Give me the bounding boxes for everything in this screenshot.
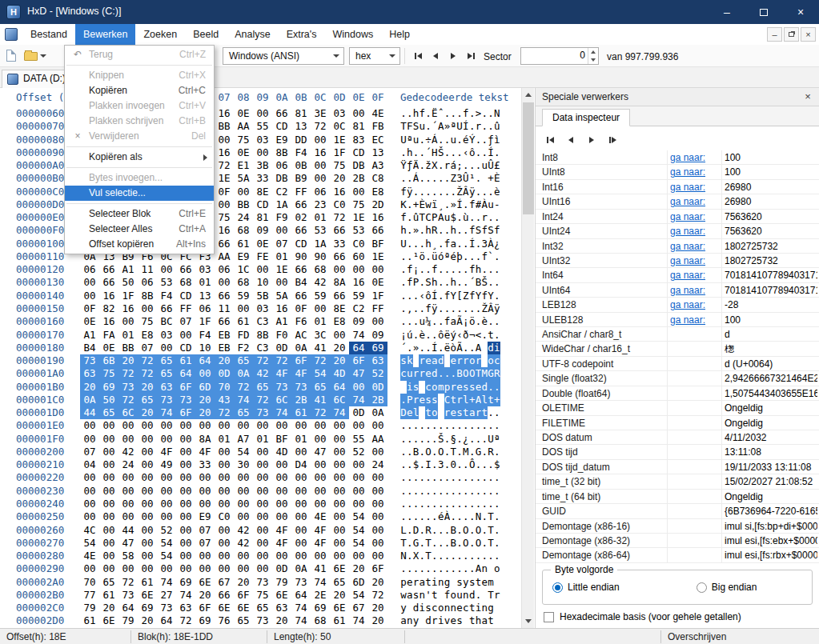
hex-byte[interactable]: E8 — [138, 329, 157, 342]
hex-byte[interactable]: AA — [234, 120, 253, 133]
decoded-char[interactable]: . — [469, 524, 476, 537]
menu-item-plakken-invoegen[interactable]: Plakken invoegenCtrl+V — [65, 98, 214, 114]
decoded-char[interactable]: . — [413, 290, 420, 302]
decoded-char[interactable]: ¼ — [425, 315, 432, 328]
decoded-char[interactable]: . — [444, 446, 451, 458]
decoded-char[interactable]: f — [444, 315, 451, 328]
decoded-char[interactable]: o — [438, 602, 444, 614]
hex-byte[interactable]: 47 — [349, 367, 368, 380]
decoded-char[interactable]: i — [476, 602, 482, 614]
hex-byte[interactable]: 23 — [311, 198, 330, 211]
hex-byte[interactable]: EB — [215, 329, 234, 342]
hex-byte[interactable]: 66 — [291, 290, 311, 302]
hex-byte[interactable]: 54 — [234, 446, 253, 458]
decoded-char[interactable]: . — [444, 485, 451, 498]
decoded-char[interactable]: Á — [413, 172, 420, 185]
hex-byte[interactable]: 1F — [368, 290, 387, 302]
hex-byte[interactable]: 60 — [349, 250, 368, 263]
hex-byte[interactable]: 06 — [138, 276, 157, 289]
decoded-char[interactable]: c — [432, 602, 438, 614]
decoded-char[interactable]: . — [488, 381, 494, 394]
hex-byte[interactable]: 00 — [118, 315, 138, 328]
hex-byte[interactable]: 20 — [330, 354, 349, 367]
decoded-char[interactable]: . — [419, 510, 425, 523]
hex-byte[interactable]: 74 — [157, 406, 176, 419]
hex-byte[interactable]: 4D — [272, 446, 291, 458]
menubar-item-windows[interactable]: Windows — [324, 24, 381, 45]
decoded-char[interactable]: . — [481, 146, 488, 159]
decoded-char[interactable]: s — [469, 381, 476, 394]
decoded-char[interactable]: Y — [476, 290, 482, 302]
decoded-char[interactable]: R — [488, 446, 494, 458]
decoded-char[interactable]: è — [419, 329, 425, 342]
hex-byte[interactable]: 74 — [349, 614, 368, 627]
hex-byte[interactable]: 00 — [330, 329, 349, 342]
hex-byte[interactable]: 30 — [234, 458, 253, 471]
decoded-char[interactable]: . — [494, 315, 500, 328]
decoded-char[interactable]: s — [463, 381, 469, 394]
hex-byte[interactable]: 82 — [99, 302, 118, 315]
hex-byte[interactable]: 00 — [234, 510, 253, 523]
hex-byte[interactable]: 4F — [272, 537, 291, 550]
hex-byte[interactable]: 79 — [272, 576, 291, 589]
hex-byte[interactable]: 66 — [291, 224, 311, 237]
decoded-char[interactable]: . — [407, 446, 413, 458]
decoded-char[interactable]: . — [488, 315, 494, 328]
decoded-char[interactable]: . — [463, 485, 469, 498]
hex-byte[interactable]: 74 — [349, 394, 368, 406]
hex-byte[interactable]: 81 — [291, 107, 311, 120]
decoded-char[interactable]: f — [444, 290, 451, 302]
hex-byte[interactable]: 0E — [80, 315, 99, 328]
hex-byte[interactable]: 70 — [215, 381, 234, 394]
decoded-char[interactable]: . — [425, 120, 432, 133]
hex-byte[interactable]: 4F — [272, 367, 291, 380]
decoded-char[interactable]: . — [419, 446, 425, 458]
decoded-char[interactable]: . — [413, 433, 420, 446]
decoded-char[interactable]: . — [407, 524, 413, 537]
hex-byte[interactable]: BB — [118, 342, 138, 354]
decoded-char[interactable]: . — [438, 471, 444, 484]
hex-byte[interactable]: 72 — [368, 589, 387, 602]
menubar-item-bewerken[interactable]: Bewerken — [75, 24, 136, 45]
decoded-char[interactable]: . — [419, 524, 425, 537]
decoded-char[interactable]: o — [488, 354, 494, 367]
hex-byte[interactable]: 65 — [234, 614, 253, 627]
decoded-char[interactable]: . — [438, 302, 444, 315]
decoded-char[interactable]: U — [456, 120, 463, 133]
decoded-char[interactable]: . — [444, 498, 451, 510]
hex-byte[interactable]: 0E — [99, 342, 118, 354]
hex-byte[interactable]: 8B — [272, 146, 291, 159]
hex-byte[interactable]: 0E — [234, 107, 253, 120]
hex-byte[interactable]: 00 — [118, 419, 138, 432]
hex-byte[interactable]: 49 — [157, 458, 176, 471]
decoded-char[interactable]: ´ — [425, 146, 432, 159]
decoded-char[interactable]: n — [407, 614, 413, 627]
hex-byte[interactable]: 00 — [157, 485, 176, 498]
decoded-char[interactable]: n — [463, 589, 469, 602]
hex-byte[interactable]: 16 — [349, 276, 368, 289]
decoded-char[interactable]: . — [463, 224, 469, 237]
decoded-char[interactable]: . — [488, 419, 494, 432]
decoded-char[interactable]: . — [476, 146, 482, 159]
hex-byte[interactable]: C0 — [349, 238, 368, 250]
hex-byte[interactable]: 00 — [330, 498, 349, 510]
decoded-char[interactable]: . — [476, 186, 482, 198]
decoded-char[interactable]: . — [481, 186, 488, 198]
hex-byte[interactable]: 00 — [368, 485, 387, 498]
hex-byte[interactable]: 01 — [272, 250, 291, 263]
hex-byte[interactable]: 01 — [311, 315, 330, 328]
hex-byte[interactable]: 00 — [138, 550, 157, 562]
decoded-char[interactable]: u — [419, 120, 425, 133]
decoded-char[interactable]: G — [476, 446, 482, 458]
hex-byte[interactable]: 72 — [253, 354, 272, 367]
decoded-char[interactable]: Û — [488, 159, 494, 172]
decoded-char[interactable]: r — [444, 159, 451, 172]
decoded-char[interactable]: e — [425, 354, 432, 367]
decoded-char[interactable]: . — [432, 446, 438, 458]
decoded-char[interactable]: U — [400, 238, 407, 250]
hex-byte[interactable]: 00 — [99, 510, 118, 523]
hex-byte[interactable]: 00 — [176, 433, 195, 446]
decoded-char[interactable]: O — [463, 524, 469, 537]
decoded-char[interactable]: u — [444, 211, 451, 224]
decoded-char[interactable]: . — [476, 498, 482, 510]
